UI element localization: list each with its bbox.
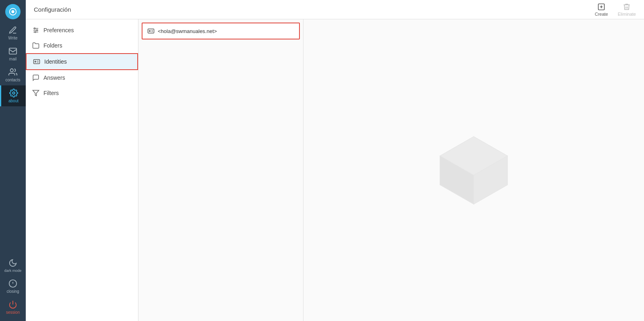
sidebar-item-mail[interactable]: mail xyxy=(0,43,26,64)
sidebar-item-mail-label: mail xyxy=(9,57,17,61)
main-container: Configuración Create Eliminate xyxy=(26,0,644,321)
svg-point-3 xyxy=(10,69,13,72)
eliminate-icon xyxy=(623,3,631,11)
sidebar: Write mail contacts about dark mode xyxy=(0,0,26,321)
svg-point-4 xyxy=(12,92,15,94)
nav-item-identities[interactable]: Identities xyxy=(26,53,138,70)
identities-icon xyxy=(33,58,40,65)
sidebar-item-write[interactable]: Write xyxy=(0,23,26,43)
dark-mode-icon xyxy=(8,259,17,267)
sidebar-item-closing-label: closing xyxy=(6,289,19,294)
answers-icon xyxy=(32,74,39,81)
mail-icon xyxy=(8,47,17,56)
svg-marker-15 xyxy=(33,90,39,96)
identity-card-icon xyxy=(147,27,155,35)
preferences-icon xyxy=(32,27,39,34)
sidebar-item-dark-mode-label: dark mode xyxy=(4,269,22,273)
svg-point-11 xyxy=(37,30,38,31)
svg-point-10 xyxy=(34,28,35,29)
sidebar-item-contacts-label: contacts xyxy=(5,78,20,82)
nav-item-preferences[interactable]: Preferences xyxy=(26,23,138,38)
folders-icon xyxy=(32,42,39,49)
write-icon xyxy=(8,26,17,35)
nav-panel: Preferences Folders Identities xyxy=(26,19,138,321)
svg-point-14 xyxy=(35,61,36,62)
list-panel: <hola@swmanuales.net> xyxy=(138,19,303,321)
nav-item-folders-label: Folders xyxy=(43,42,62,49)
nav-item-answers-label: Answers xyxy=(43,75,65,81)
identity-email: <hola@swmanuales.net> xyxy=(158,28,217,34)
empty-state-illustration xyxy=(425,122,522,219)
svg-point-12 xyxy=(35,31,36,33)
session-power-icon xyxy=(8,300,17,309)
nav-item-preferences-label: Preferences xyxy=(43,27,74,33)
nav-item-filters[interactable]: Filters xyxy=(26,85,138,101)
sidebar-bottom: dark mode closing session xyxy=(0,255,26,321)
eliminate-label: Eliminate xyxy=(618,12,636,17)
page-title: Configuración xyxy=(34,6,71,13)
create-button[interactable]: Create xyxy=(595,3,608,17)
sidebar-item-about-label: about xyxy=(8,99,19,103)
contacts-icon xyxy=(8,68,17,77)
nav-item-filters-label: Filters xyxy=(43,90,59,96)
svg-rect-2 xyxy=(9,48,17,54)
sidebar-item-about[interactable]: about xyxy=(0,85,26,106)
detail-panel xyxy=(303,19,644,321)
sidebar-item-write-label: Write xyxy=(8,36,17,40)
top-header: Configuración Create Eliminate xyxy=(26,0,644,19)
about-gear-icon xyxy=(9,89,18,97)
list-item[interactable]: <hola@swmanuales.net> xyxy=(142,23,300,39)
create-icon xyxy=(597,3,605,11)
sidebar-item-dark-mode[interactable]: dark mode xyxy=(0,255,26,276)
sidebar-item-session-label: session xyxy=(6,310,20,315)
logo-icon xyxy=(8,7,17,16)
nav-item-folders[interactable]: Folders xyxy=(26,38,138,53)
app-logo xyxy=(5,4,21,19)
sidebar-item-contacts[interactable]: contacts xyxy=(0,64,26,85)
svg-point-1 xyxy=(11,10,14,13)
nav-item-identities-label: Identities xyxy=(44,58,67,65)
create-label: Create xyxy=(595,12,608,17)
header-actions: Create Eliminate xyxy=(595,3,636,17)
svg-point-17 xyxy=(149,31,151,32)
eliminate-button[interactable]: Eliminate xyxy=(618,3,636,17)
nav-item-answers[interactable]: Answers xyxy=(26,70,138,85)
content-area: Preferences Folders Identities xyxy=(26,19,644,321)
sidebar-item-closing[interactable]: closing xyxy=(0,276,26,297)
sidebar-item-session[interactable]: session xyxy=(0,297,26,318)
closing-icon xyxy=(8,279,17,288)
filters-icon xyxy=(32,89,39,97)
